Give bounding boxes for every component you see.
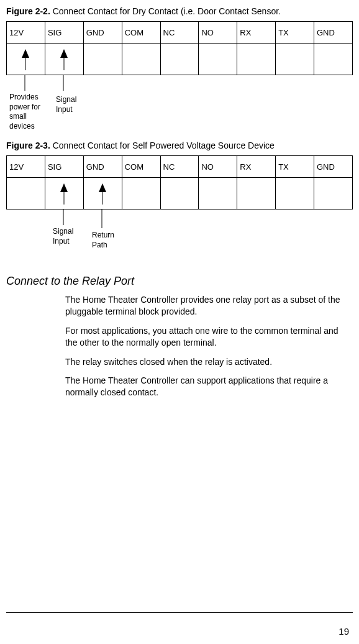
figure-2-2-label: Figure 2-2. bbox=[6, 6, 50, 16]
figure-2-3: Figure 2-3. Connect Contact for Self Pow… bbox=[6, 140, 353, 262]
figure-2-3-annotations: Signal Input Return Path bbox=[6, 209, 353, 262]
annotation-label: Signal Input bbox=[53, 227, 84, 246]
pin-cell: 12V bbox=[7, 22, 45, 44]
empty-cell bbox=[7, 178, 45, 209]
paragraph: The Home Theater Controller provides one… bbox=[65, 294, 347, 318]
pin-cell: TX bbox=[276, 156, 314, 178]
pin-cell: SIG bbox=[45, 22, 83, 44]
arrow-icon bbox=[48, 182, 82, 205]
pin-cell: COM bbox=[122, 156, 160, 178]
page-number: 19 bbox=[339, 626, 349, 637]
figure-2-2-title: Figure 2-2. Connect Contact for Dry Cont… bbox=[6, 6, 353, 16]
section-heading: Connect to the Relay Port bbox=[6, 275, 353, 288]
annotation-label: Provides power for small devices bbox=[9, 93, 53, 131]
arrow-icon bbox=[48, 48, 82, 70]
pin-cell: NC bbox=[160, 156, 199, 178]
empty-cell bbox=[199, 44, 237, 75]
pin-cell: GND bbox=[83, 156, 122, 178]
figure-2-3-label: Figure 2-3. bbox=[6, 140, 50, 150]
svg-marker-2 bbox=[60, 49, 68, 58]
pin-cell: GND bbox=[83, 22, 122, 44]
empty-cell bbox=[276, 178, 314, 209]
figure-2-3-title: Figure 2-3. Connect Contact for Self Pow… bbox=[6, 140, 353, 150]
figure-2-2-caption: Connect Contact for Dry Contact (i.e. Do… bbox=[53, 6, 281, 16]
figure-2-2-table: 12V SIG GND COM NC NO RX TX GND bbox=[6, 21, 353, 75]
empty-cell bbox=[237, 178, 276, 209]
empty-cell bbox=[45, 178, 83, 209]
figure-2-3-table: 12V SIG GND COM NC NO RX TX GND bbox=[6, 155, 353, 209]
table-row bbox=[7, 178, 353, 209]
empty-cell bbox=[276, 44, 314, 75]
annotation-label: Return Path bbox=[92, 231, 123, 250]
figure-2-2: Figure 2-2. Connect Contact for Dry Cont… bbox=[6, 6, 353, 128]
table-row bbox=[7, 44, 353, 75]
pin-cell: NC bbox=[160, 22, 199, 44]
arrow-icon bbox=[9, 48, 43, 70]
empty-cell bbox=[45, 44, 83, 75]
svg-marker-8 bbox=[99, 183, 106, 192]
empty-cell bbox=[237, 44, 276, 75]
empty-cell bbox=[160, 178, 199, 209]
empty-cell bbox=[160, 44, 199, 75]
paragraph: The relay switches closed when the relay… bbox=[65, 356, 347, 368]
pin-cell: NO bbox=[199, 156, 237, 178]
empty-cell bbox=[314, 44, 353, 75]
svg-marker-6 bbox=[60, 183, 68, 192]
annotation-label: Signal Input bbox=[56, 95, 87, 114]
pin-cell: GND bbox=[314, 156, 353, 178]
arrow-icon bbox=[86, 182, 120, 205]
paragraph: For most applications, you attach one wi… bbox=[65, 325, 347, 349]
empty-cell bbox=[83, 178, 122, 209]
empty-cell bbox=[122, 178, 160, 209]
empty-cell bbox=[83, 44, 122, 75]
page-rule bbox=[6, 612, 353, 613]
svg-marker-0 bbox=[22, 49, 29, 58]
pin-cell: NO bbox=[199, 22, 237, 44]
empty-cell bbox=[314, 178, 353, 209]
paragraph: The Home Theater Controller can support … bbox=[65, 375, 347, 398]
pin-cell: RX bbox=[237, 22, 276, 44]
pin-cell: TX bbox=[276, 22, 314, 44]
pin-cell: SIG bbox=[45, 156, 83, 178]
empty-cell bbox=[199, 178, 237, 209]
figure-2-2-annotations: Provides power for small devices Signal … bbox=[6, 75, 353, 128]
empty-cell bbox=[7, 44, 45, 75]
pin-cell: COM bbox=[122, 22, 160, 44]
annotation-lines bbox=[6, 209, 168, 231]
pin-cell: RX bbox=[237, 156, 276, 178]
table-row: 12V SIG GND COM NC NO RX TX GND bbox=[7, 22, 353, 44]
empty-cell bbox=[122, 44, 160, 75]
table-row: 12V SIG GND COM NC NO RX TX GND bbox=[7, 156, 353, 178]
pin-cell: 12V bbox=[7, 156, 45, 178]
figure-2-3-caption: Connect Contact for Self Powered Voltage… bbox=[53, 140, 275, 150]
pin-cell: GND bbox=[314, 22, 353, 44]
